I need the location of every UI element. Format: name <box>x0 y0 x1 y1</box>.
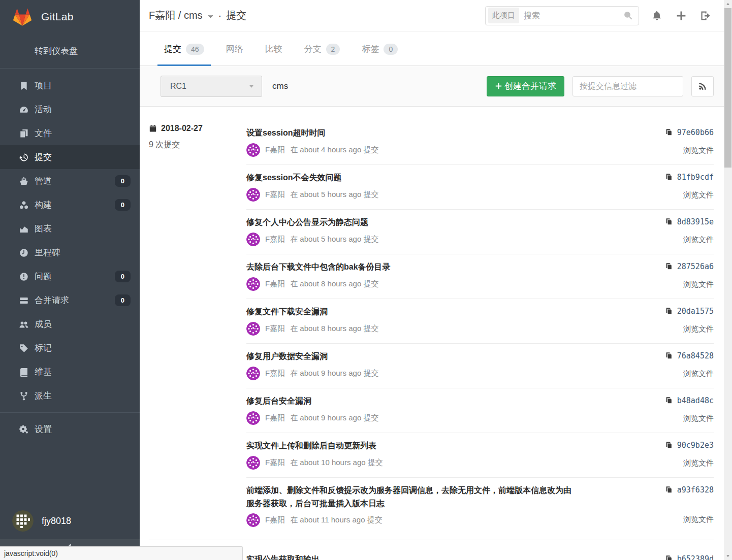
sidebar-item-label: 成员 <box>35 318 52 330</box>
sidebar-item-settings[interactable]: 设置 <box>0 417 140 441</box>
commit-author-avatar <box>246 513 260 527</box>
sign-out-icon[interactable] <box>700 10 711 21</box>
rss-feed-button[interactable] <box>691 76 714 96</box>
sidebar-item-成员[interactable]: 成员 <box>0 312 140 336</box>
commit-title-link[interactable]: 实现公告获取和输出 <box>246 553 579 560</box>
branch-selector[interactable]: RC1 <box>161 76 262 97</box>
header-actions: 此项目 <box>485 6 711 25</box>
commit-author-link[interactable]: F嘉阳 <box>265 324 285 334</box>
copy-icon <box>664 486 673 494</box>
sidebar-item-问题[interactable]: 问题0 <box>0 265 140 288</box>
sidebar-settings-section: 设置 <box>0 412 140 441</box>
main-area: F嘉阳 / cms · 提交 此项目 提交46网络比较分支2标签0 <box>140 0 724 560</box>
area-chart-icon <box>19 224 29 234</box>
commit-title-link[interactable]: 修复用户数据安全漏洞 <box>246 350 579 363</box>
create-merge-request-label: 创建合并请求 <box>504 80 556 92</box>
commit-hash-link[interactable]: 287526a6 <box>677 262 714 271</box>
tab-提交[interactable]: 提交46 <box>157 43 211 65</box>
copy-icon <box>664 555 673 560</box>
commit-hash-link[interactable]: b652389d <box>677 554 714 560</box>
commit-author-link[interactable]: F嘉阳 <box>265 145 285 155</box>
commit-hash-link[interactable]: 81fb9cdf <box>677 173 714 182</box>
sidebar-item-文件[interactable]: 文件 <box>0 121 140 145</box>
bell-icon[interactable] <box>651 10 662 21</box>
commit-title-link[interactable]: 前端添加、删除文件和反馈提示改为服务器回调信息，去除无用文件，前端版本信息改为由… <box>246 484 579 510</box>
sidebar-item-label: 图表 <box>35 223 52 235</box>
browse-files-link[interactable]: 浏览文件 <box>683 235 714 245</box>
breadcrumb-project[interactable]: F嘉阳 / cms <box>149 9 203 22</box>
commit-title-link[interactable]: 修复后台安全漏洞 <box>246 394 579 408</box>
commit-title-link[interactable]: 修复文件下载安全漏洞 <box>246 305 579 318</box>
sidebar-item-提交[interactable]: 提交 <box>0 145 140 169</box>
commit-title-link[interactable]: 实现文件上传和删除后自动更新列表 <box>246 439 579 452</box>
gitlab-logo-link[interactable]: GitLab <box>0 0 140 31</box>
browse-files-link[interactable]: 浏览文件 <box>683 414 714 423</box>
scroll-up-arrow[interactable] <box>724 0 732 8</box>
commit-author-link[interactable]: F嘉阳 <box>265 190 285 200</box>
browse-files-link[interactable]: 浏览文件 <box>683 458 714 468</box>
commit-author-link[interactable]: F嘉阳 <box>265 515 285 525</box>
sidebar-item-管道[interactable]: 管道0 <box>0 169 140 193</box>
sidebar-item-项目[interactable]: 项目 <box>0 74 140 97</box>
commit-hash-link[interactable]: b48ad48c <box>677 396 714 405</box>
commit-author-link[interactable]: F嘉阳 <box>265 458 285 468</box>
sidebar-item-label: 设置 <box>35 423 52 435</box>
sidebar-item-里程碑[interactable]: 里程碑 <box>0 241 140 265</box>
tab-标签[interactable]: 标签0 <box>355 43 404 65</box>
sidebar-item-构建[interactable]: 构建0 <box>0 193 140 217</box>
tab-比较[interactable]: 比较 <box>259 43 289 65</box>
browse-files-link[interactable]: 浏览文件 <box>683 515 714 524</box>
commit-title-link[interactable]: 设置session超时时间 <box>246 126 579 140</box>
commit-hash-link[interactable]: 97e60b66 <box>677 128 714 137</box>
sidebar-item-label: 合并请求 <box>35 294 69 306</box>
sidebar-item-合并请求[interactable]: 合并请求0 <box>0 288 140 312</box>
rss-icon <box>698 82 707 91</box>
browse-files-link[interactable]: 浏览文件 <box>683 280 714 289</box>
commit-title-link[interactable]: 修复session不会失效问题 <box>246 171 579 184</box>
search-scope-badge: 此项目 <box>488 8 519 23</box>
sidebar-item-图表[interactable]: 图表 <box>0 217 140 241</box>
commit-time: 在 about 9 hours ago 提交 <box>290 413 378 423</box>
commit-row: 去除后台下载文件中包含的bak备份目录F嘉阳在 about 8 hours ag… <box>246 254 714 299</box>
gitlab-tanuki-icon <box>12 7 33 27</box>
commit-title-link[interactable]: 去除后台下载文件中包含的bak备份目录 <box>246 260 579 274</box>
browse-files-link[interactable]: 浏览文件 <box>683 369 714 379</box>
sidebar-item-派生[interactable]: 派生 <box>0 384 140 408</box>
tab-网络[interactable]: 网络 <box>219 43 250 65</box>
sidebar-user[interactable]: fjy8018 <box>0 504 140 540</box>
exclamation-circle-icon <box>19 272 29 282</box>
scrollbar-thumb[interactable] <box>724 8 731 168</box>
count-badge: 46 <box>186 44 204 55</box>
page-scrollbar[interactable] <box>724 0 732 560</box>
commit-author-link[interactable]: F嘉阳 <box>265 413 285 423</box>
browse-files-link[interactable]: 浏览文件 <box>683 324 714 334</box>
cubes-icon <box>19 200 29 210</box>
commit-author-link[interactable]: F嘉阳 <box>265 369 285 378</box>
commit-hash-link[interactable]: 20da1575 <box>677 307 714 316</box>
history-icon <box>19 152 29 162</box>
browse-files-link[interactable]: 浏览文件 <box>683 190 714 200</box>
commit-hash-link[interactable]: 90c9b2e3 <box>677 441 714 450</box>
sidebar-item-dashboard[interactable]: 转到仪表盘 <box>0 31 140 68</box>
commit-author-link[interactable]: F嘉阳 <box>265 235 285 244</box>
commit-hash-link[interactable]: 8d83915e <box>677 217 714 226</box>
sidebar-item-标记[interactable]: 标记 <box>0 336 140 360</box>
search-input[interactable] <box>524 11 619 20</box>
calendar-icon <box>149 124 157 133</box>
plus-icon[interactable] <box>676 10 687 21</box>
create-merge-request-button[interactable]: 创建合并请求 <box>487 76 564 96</box>
commit-row: 实现文件上传和删除后自动更新列表F嘉阳在 about 10 hours ago … <box>246 433 714 477</box>
commit-filter-input[interactable] <box>572 76 683 96</box>
commit-title-link[interactable]: 修复个人中心公告显示为静态问题 <box>246 216 579 229</box>
tab-分支[interactable]: 分支2 <box>298 43 347 65</box>
commit-author-link[interactable]: F嘉阳 <box>265 279 285 289</box>
commit-time: 在 about 4 hours ago 提交 <box>290 145 378 155</box>
sidebar-item-活动[interactable]: 活动 <box>0 97 140 121</box>
sidebar-item-维基[interactable]: 维基 <box>0 360 140 384</box>
commit-hash-link[interactable]: 76a84528 <box>677 351 714 360</box>
sidebar-item-label: 项目 <box>35 80 52 91</box>
scroll-down-arrow[interactable] <box>724 552 732 560</box>
chevron-down-icon[interactable] <box>207 13 214 20</box>
browse-files-link[interactable]: 浏览文件 <box>683 146 714 155</box>
commit-hash-link[interactable]: a93f6328 <box>677 485 714 495</box>
